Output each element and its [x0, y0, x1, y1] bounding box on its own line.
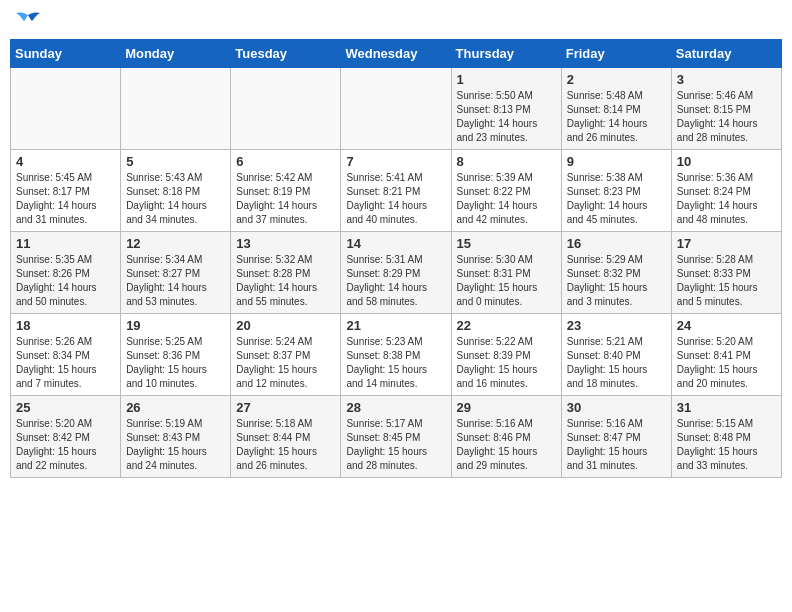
day-info: Sunrise: 5:20 AM Sunset: 8:41 PM Dayligh…: [677, 335, 776, 391]
calendar-cell: 11Sunrise: 5:35 AM Sunset: 8:26 PM Dayli…: [11, 232, 121, 314]
day-info: Sunrise: 5:16 AM Sunset: 8:46 PM Dayligh…: [457, 417, 556, 473]
calendar-cell: 27Sunrise: 5:18 AM Sunset: 8:44 PM Dayli…: [231, 396, 341, 478]
day-number: 28: [346, 400, 445, 415]
day-info: Sunrise: 5:42 AM Sunset: 8:19 PM Dayligh…: [236, 171, 335, 227]
day-info: Sunrise: 5:20 AM Sunset: 8:42 PM Dayligh…: [16, 417, 115, 473]
day-number: 24: [677, 318, 776, 333]
day-number: 29: [457, 400, 556, 415]
day-number: 15: [457, 236, 556, 251]
day-number: 19: [126, 318, 225, 333]
calendar-week-row: 1Sunrise: 5:50 AM Sunset: 8:13 PM Daylig…: [11, 68, 782, 150]
calendar-cell: [341, 68, 451, 150]
calendar-cell: 28Sunrise: 5:17 AM Sunset: 8:45 PM Dayli…: [341, 396, 451, 478]
day-number: 21: [346, 318, 445, 333]
day-number: 31: [677, 400, 776, 415]
calendar-cell: 13Sunrise: 5:32 AM Sunset: 8:28 PM Dayli…: [231, 232, 341, 314]
calendar-cell: [11, 68, 121, 150]
day-of-week-header: Wednesday: [341, 40, 451, 68]
day-info: Sunrise: 5:16 AM Sunset: 8:47 PM Dayligh…: [567, 417, 666, 473]
day-info: Sunrise: 5:35 AM Sunset: 8:26 PM Dayligh…: [16, 253, 115, 309]
day-info: Sunrise: 5:23 AM Sunset: 8:38 PM Dayligh…: [346, 335, 445, 391]
calendar-table: SundayMondayTuesdayWednesdayThursdayFrid…: [10, 39, 782, 478]
day-info: Sunrise: 5:30 AM Sunset: 8:31 PM Dayligh…: [457, 253, 556, 309]
day-of-week-header: Sunday: [11, 40, 121, 68]
day-number: 3: [677, 72, 776, 87]
calendar-cell: 24Sunrise: 5:20 AM Sunset: 8:41 PM Dayli…: [671, 314, 781, 396]
day-info: Sunrise: 5:36 AM Sunset: 8:24 PM Dayligh…: [677, 171, 776, 227]
day-number: 20: [236, 318, 335, 333]
day-info: Sunrise: 5:15 AM Sunset: 8:48 PM Dayligh…: [677, 417, 776, 473]
page-header: [10, 10, 782, 31]
logo-bird-icon: [14, 11, 42, 31]
calendar-cell: 5Sunrise: 5:43 AM Sunset: 8:18 PM Daylig…: [121, 150, 231, 232]
day-of-week-header: Saturday: [671, 40, 781, 68]
calendar-cell: 4Sunrise: 5:45 AM Sunset: 8:17 PM Daylig…: [11, 150, 121, 232]
calendar-cell: 14Sunrise: 5:31 AM Sunset: 8:29 PM Dayli…: [341, 232, 451, 314]
calendar-week-row: 25Sunrise: 5:20 AM Sunset: 8:42 PM Dayli…: [11, 396, 782, 478]
calendar-cell: 10Sunrise: 5:36 AM Sunset: 8:24 PM Dayli…: [671, 150, 781, 232]
calendar-cell: 29Sunrise: 5:16 AM Sunset: 8:46 PM Dayli…: [451, 396, 561, 478]
day-number: 17: [677, 236, 776, 251]
calendar-cell: 26Sunrise: 5:19 AM Sunset: 8:43 PM Dayli…: [121, 396, 231, 478]
day-of-week-header: Monday: [121, 40, 231, 68]
day-info: Sunrise: 5:21 AM Sunset: 8:40 PM Dayligh…: [567, 335, 666, 391]
day-number: 4: [16, 154, 115, 169]
day-info: Sunrise: 5:39 AM Sunset: 8:22 PM Dayligh…: [457, 171, 556, 227]
day-number: 16: [567, 236, 666, 251]
calendar-week-row: 18Sunrise: 5:26 AM Sunset: 8:34 PM Dayli…: [11, 314, 782, 396]
day-number: 9: [567, 154, 666, 169]
day-number: 6: [236, 154, 335, 169]
calendar-cell: 6Sunrise: 5:42 AM Sunset: 8:19 PM Daylig…: [231, 150, 341, 232]
calendar-cell: [121, 68, 231, 150]
day-number: 12: [126, 236, 225, 251]
calendar-week-row: 4Sunrise: 5:45 AM Sunset: 8:17 PM Daylig…: [11, 150, 782, 232]
day-number: 18: [16, 318, 115, 333]
calendar-cell: 19Sunrise: 5:25 AM Sunset: 8:36 PM Dayli…: [121, 314, 231, 396]
day-info: Sunrise: 5:32 AM Sunset: 8:28 PM Dayligh…: [236, 253, 335, 309]
day-number: 23: [567, 318, 666, 333]
day-number: 2: [567, 72, 666, 87]
day-info: Sunrise: 5:19 AM Sunset: 8:43 PM Dayligh…: [126, 417, 225, 473]
day-info: Sunrise: 5:50 AM Sunset: 8:13 PM Dayligh…: [457, 89, 556, 145]
calendar-cell: 30Sunrise: 5:16 AM Sunset: 8:47 PM Dayli…: [561, 396, 671, 478]
day-of-week-header: Friday: [561, 40, 671, 68]
calendar-cell: 1Sunrise: 5:50 AM Sunset: 8:13 PM Daylig…: [451, 68, 561, 150]
day-number: 1: [457, 72, 556, 87]
day-number: 10: [677, 154, 776, 169]
day-info: Sunrise: 5:43 AM Sunset: 8:18 PM Dayligh…: [126, 171, 225, 227]
day-number: 8: [457, 154, 556, 169]
day-info: Sunrise: 5:26 AM Sunset: 8:34 PM Dayligh…: [16, 335, 115, 391]
calendar-cell: 20Sunrise: 5:24 AM Sunset: 8:37 PM Dayli…: [231, 314, 341, 396]
calendar-cell: 22Sunrise: 5:22 AM Sunset: 8:39 PM Dayli…: [451, 314, 561, 396]
calendar-cell: [231, 68, 341, 150]
day-info: Sunrise: 5:25 AM Sunset: 8:36 PM Dayligh…: [126, 335, 225, 391]
day-of-week-header: Thursday: [451, 40, 561, 68]
day-info: Sunrise: 5:18 AM Sunset: 8:44 PM Dayligh…: [236, 417, 335, 473]
day-info: Sunrise: 5:24 AM Sunset: 8:37 PM Dayligh…: [236, 335, 335, 391]
day-info: Sunrise: 5:28 AM Sunset: 8:33 PM Dayligh…: [677, 253, 776, 309]
calendar-cell: 8Sunrise: 5:39 AM Sunset: 8:22 PM Daylig…: [451, 150, 561, 232]
day-number: 13: [236, 236, 335, 251]
day-number: 22: [457, 318, 556, 333]
day-info: Sunrise: 5:46 AM Sunset: 8:15 PM Dayligh…: [677, 89, 776, 145]
day-number: 14: [346, 236, 445, 251]
calendar-cell: 25Sunrise: 5:20 AM Sunset: 8:42 PM Dayli…: [11, 396, 121, 478]
day-number: 5: [126, 154, 225, 169]
calendar-cell: 15Sunrise: 5:30 AM Sunset: 8:31 PM Dayli…: [451, 232, 561, 314]
day-number: 25: [16, 400, 115, 415]
day-number: 30: [567, 400, 666, 415]
day-info: Sunrise: 5:22 AM Sunset: 8:39 PM Dayligh…: [457, 335, 556, 391]
calendar-cell: 18Sunrise: 5:26 AM Sunset: 8:34 PM Dayli…: [11, 314, 121, 396]
day-number: 11: [16, 236, 115, 251]
day-number: 26: [126, 400, 225, 415]
day-info: Sunrise: 5:29 AM Sunset: 8:32 PM Dayligh…: [567, 253, 666, 309]
day-info: Sunrise: 5:45 AM Sunset: 8:17 PM Dayligh…: [16, 171, 115, 227]
day-number: 27: [236, 400, 335, 415]
day-of-week-header: Tuesday: [231, 40, 341, 68]
calendar-cell: 23Sunrise: 5:21 AM Sunset: 8:40 PM Dayli…: [561, 314, 671, 396]
day-info: Sunrise: 5:31 AM Sunset: 8:29 PM Dayligh…: [346, 253, 445, 309]
logo: [14, 10, 46, 31]
calendar-cell: 31Sunrise: 5:15 AM Sunset: 8:48 PM Dayli…: [671, 396, 781, 478]
calendar-cell: 7Sunrise: 5:41 AM Sunset: 8:21 PM Daylig…: [341, 150, 451, 232]
calendar-week-row: 11Sunrise: 5:35 AM Sunset: 8:26 PM Dayli…: [11, 232, 782, 314]
